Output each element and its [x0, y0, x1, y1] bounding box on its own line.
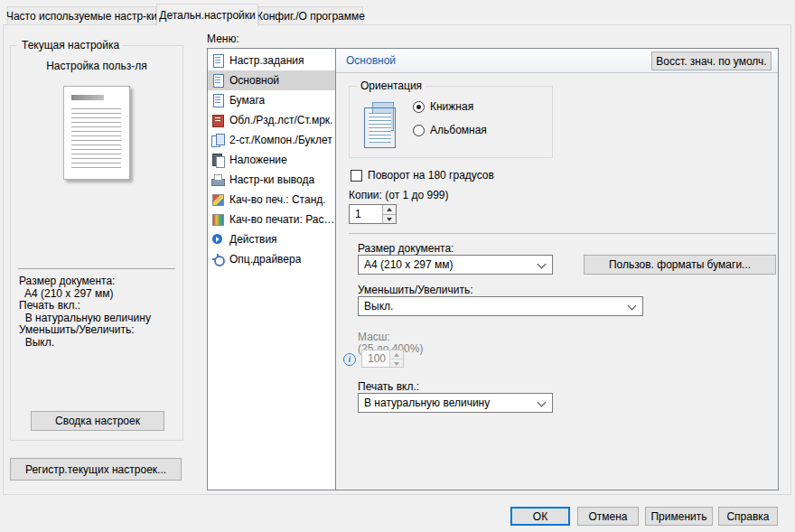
- current-settings-group-title: Текущая настройка: [18, 39, 123, 51]
- menu-item-label: Настр-ки вывода: [229, 173, 314, 186]
- orientation-portrait-label: Книжная: [430, 100, 473, 113]
- orientation-group: Ориентация Книжная Альбомная: [349, 86, 553, 158]
- info-icon: [343, 353, 356, 366]
- driver-options-icon: [211, 253, 224, 266]
- apply-button[interactable]: Применить: [645, 507, 713, 526]
- portrait-document-icon: [364, 102, 397, 140]
- user-setting-label: Настройка польз-ля: [11, 60, 182, 72]
- menu-item-job-settings[interactable]: Настр.задания: [208, 51, 335, 70]
- checkbox-icon[interactable]: [351, 170, 362, 182]
- copies-value[interactable]: 1: [350, 205, 382, 223]
- scale-decrement-button: [390, 359, 403, 368]
- menu-item-basic[interactable]: Основной: [208, 70, 335, 90]
- menu-item-overlay[interactable]: Наложение: [208, 150, 335, 170]
- menu-item-label: Действия: [229, 233, 277, 246]
- menu-item-actions[interactable]: Действия: [208, 229, 335, 249]
- orientation-group-title: Ориентация: [357, 79, 426, 92]
- copies-spin-buttons: [382, 205, 396, 223]
- document-preview-header-block: [71, 95, 104, 100]
- copies-increment-button[interactable]: [383, 205, 396, 215]
- document-size-value: A4 (210 x 297 мм): [359, 258, 534, 271]
- menu-label: Меню:: [207, 33, 239, 45]
- section-divider: [349, 233, 776, 234]
- print-quality-extended-icon: [211, 213, 224, 226]
- settings-summary: Размер документа: A4 (210 x 297 мм) Печа…: [19, 275, 179, 349]
- custom-paper-sizes-button[interactable]: Пользов. форматы бумаги...: [584, 255, 776, 275]
- summary-line: Уменьшить/Увеличить:: [19, 324, 179, 337]
- ok-button[interactable]: ОК: [510, 507, 570, 526]
- printing-preferences-dialog: Часто используемые настр-ки Детальн.наст…: [0, 0, 795, 532]
- output-settings-icon: [211, 173, 224, 186]
- document-size-combobox[interactable]: A4 (210 x 297 мм): [358, 255, 553, 275]
- copies-decrement-button[interactable]: [383, 215, 396, 224]
- chevron-down-icon[interactable]: [534, 256, 552, 274]
- basic-icon: [211, 74, 224, 87]
- menu-item-print-quality-standard[interactable]: Кач-во печ.: Станд.: [208, 190, 335, 210]
- menu-item-paper[interactable]: Бумага: [208, 90, 335, 110]
- print-on-label: Печать вкл.:: [358, 380, 419, 393]
- overlay-icon: [211, 154, 224, 166]
- copies-label: Копии: (от 1 до 999): [349, 189, 449, 201]
- menu-item-output-settings[interactable]: Настр-ки вывода: [208, 170, 335, 190]
- radio-button-icon[interactable]: [413, 125, 425, 136]
- menu-item-label: Опц.драйвера: [229, 253, 301, 266]
- orientation-landscape-label: Альбомная: [430, 124, 487, 136]
- reduce-enlarge-value: Выкл.: [359, 300, 624, 313]
- rotate-180-label: Поворот на 180 градусов: [368, 169, 494, 182]
- tab-detailed-settings[interactable]: Детальн.настройки: [156, 4, 258, 26]
- scale-increment-button: [390, 350, 403, 359]
- menu-item-label: Наложение: [229, 154, 287, 166]
- print-on-value: В натуральную величину: [359, 397, 534, 409]
- settings-summary-button[interactable]: Сводка настроек: [31, 411, 164, 431]
- settings-menu-list: Настр.задания Основной Бумага Обл./Рзд.л…: [208, 49, 336, 490]
- summary-line: Размер документа:: [19, 275, 179, 288]
- tab-configuration-about[interactable]: Конфиг./О программе: [258, 6, 363, 25]
- scale-label: Масш:: [358, 331, 390, 343]
- document-size-label: Размер документа:: [358, 242, 454, 255]
- cancel-button[interactable]: Отмена: [577, 507, 639, 526]
- panel-title: Основной: [346, 49, 396, 72]
- orientation-landscape-radio[interactable]: Альбомная: [413, 124, 487, 136]
- summary-line: Печать вкл.:: [19, 300, 179, 313]
- print-on-combobox[interactable]: В натуральную величину: [358, 393, 553, 413]
- job-settings-icon: [211, 54, 224, 67]
- document-preview-text-lines: [71, 108, 121, 168]
- basic-settings-panel: Основной Восст. знач. по умолч. Ориентац…: [336, 49, 778, 490]
- scale-stepper: 100: [361, 350, 404, 368]
- menu-item-print-quality-extended[interactable]: Кач-во печати: Расш.: [208, 210, 335, 229]
- menu-item-cover-separator[interactable]: Обл./Рзд.лст/Ст.мрк.: [208, 110, 335, 130]
- menu-item-label: Обл./Рзд.лст/Ст.мрк.: [229, 114, 332, 126]
- register-current-settings-button[interactable]: Регистр.текущих настроек...: [10, 458, 182, 481]
- rotate-180-checkbox-row[interactable]: Поворот на 180 градусов: [351, 169, 494, 182]
- menu-item-duplex-layout[interactable]: 2-ст./Компон./Буклет: [208, 130, 335, 150]
- menu-item-label: 2-ст./Компон./Буклет: [229, 134, 332, 146]
- menu-item-label: Настр.задания: [229, 54, 304, 67]
- help-button[interactable]: Справка: [718, 507, 778, 526]
- document-preview: [63, 86, 130, 180]
- settings-main-area: Настр.задания Основной Бумага Обл./Рзд.л…: [207, 48, 779, 490]
- cover-separator-icon: [211, 114, 224, 126]
- reduce-enlarge-label: Уменьшить/Увеличить:: [358, 284, 473, 296]
- duplex-layout-icon: [211, 134, 224, 146]
- orientation-portrait-radio[interactable]: Книжная: [413, 100, 473, 113]
- restore-defaults-button[interactable]: Восст. знач. по умолч.: [651, 51, 772, 70]
- scale-value: 100: [362, 350, 389, 367]
- tab-frequently-used-settings[interactable]: Часто используемые настр-ки: [7, 6, 156, 25]
- menu-item-label: Бумага: [229, 94, 265, 107]
- radio-button-icon[interactable]: [413, 101, 425, 113]
- summary-line: A4 (210 x 297 мм): [19, 288, 179, 301]
- summary-line: В натуральную величину: [19, 313, 179, 325]
- actions-icon: [211, 233, 224, 246]
- reduce-enlarge-combobox[interactable]: Выкл.: [358, 296, 643, 316]
- summary-divider: [18, 268, 175, 269]
- paper-icon: [211, 94, 224, 107]
- menu-item-label: Кач-во печати: Расш.: [229, 213, 335, 226]
- menu-item-driver-options[interactable]: Опц.драйвера: [208, 249, 335, 269]
- menu-item-label: Основной: [229, 74, 279, 87]
- chevron-down-icon[interactable]: [534, 394, 552, 412]
- copies-stepper[interactable]: 1: [349, 204, 397, 224]
- chevron-down-icon[interactable]: [624, 297, 642, 315]
- detailed-settings-page: Текущая настройка Настройка польз-ля Раз…: [3, 24, 791, 495]
- current-settings-group: Текущая настройка Настройка польз-ля Раз…: [10, 45, 183, 441]
- summary-line: Выкл.: [19, 337, 179, 350]
